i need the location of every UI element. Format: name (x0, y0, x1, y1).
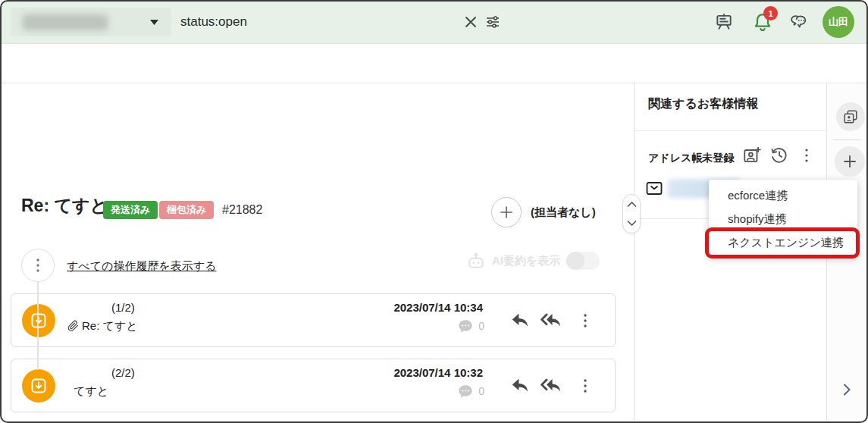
app-window: status:open 1 (0, 0, 868, 423)
address-book-status: アドレス帳未登録 (648, 152, 734, 165)
thread-title: Re: てすと (21, 194, 108, 218)
reply-icon[interactable] (510, 312, 530, 329)
message-row[interactable]: (2/2) てすと 2023/07/14 10:32 0 (11, 359, 616, 412)
toggle-knob (566, 252, 584, 270)
message-counter: (1/2) (111, 299, 135, 316)
comment-bubble-icon (457, 318, 474, 334)
ai-summary-label: AI要約を表示 (492, 254, 560, 268)
folder-dropdown[interactable] (11, 8, 171, 36)
status-badge-shipped: 発送済み (103, 201, 158, 219)
kebab-icon[interactable] (580, 313, 591, 328)
reply-all-icon[interactable] (541, 312, 563, 329)
comment-count-value: 0 (478, 385, 484, 397)
reply-all-icon[interactable] (541, 378, 563, 394)
divider (635, 130, 827, 131)
redacted-folder-name (23, 14, 108, 30)
add-panel-button[interactable] (835, 146, 865, 177)
message-toolbar (0, 44, 868, 83)
customer-panel-title: 関連するお客様情報 (648, 96, 758, 112)
comment-bubble-icon (457, 384, 474, 399)
message-subject: Re: てすと (82, 318, 138, 334)
integration-menu: ecforce連携 shopify連携 ネクストエンジン連携 (709, 180, 857, 258)
announcement-board-icon[interactable] (713, 11, 735, 33)
filter-sliders-icon[interactable] (485, 14, 500, 30)
message-subject: てすと (74, 383, 108, 400)
kebab-icon[interactable] (797, 146, 816, 165)
history-icon[interactable] (769, 146, 789, 165)
paperclip-icon (67, 320, 79, 332)
envelope-icon (645, 180, 663, 196)
contact-cards-button[interactable] (836, 102, 865, 131)
kebab-icon[interactable] (580, 378, 591, 393)
assignee-label: (担当者なし) (531, 205, 596, 220)
divider (833, 139, 860, 140)
message-timestamp: 2023/07/14 10:34 (393, 299, 483, 316)
message-counter: (2/2) (111, 365, 135, 381)
top-search-bar: status:open 1 (0, 0, 868, 44)
received-mail-icon (22, 304, 55, 337)
ticket-number: #21882 (222, 203, 262, 217)
status-badge-packed: 梱包済み (159, 201, 214, 219)
collapse-panel-icon[interactable] (840, 382, 854, 397)
menu-item-next-engine[interactable]: ネクストエンジン連携 (709, 230, 857, 254)
notification-count-badge: 1 (763, 6, 778, 20)
add-assignee-button[interactable] (491, 197, 522, 227)
comment-count[interactable]: 0 (457, 318, 484, 334)
add-contact-icon[interactable] (742, 146, 762, 165)
scroll-up-icon[interactable] (627, 201, 637, 208)
history-kebab-button[interactable] (21, 249, 55, 282)
comment-count[interactable]: 0 (457, 384, 484, 399)
chat-icon[interactable] (791, 11, 812, 33)
search-input[interactable]: status:open (180, 0, 247, 44)
user-avatar[interactable]: 山田 (823, 6, 854, 38)
ai-summary-control: AI要約を表示 (466, 252, 600, 270)
robot-icon (466, 252, 486, 270)
comment-count-value: 0 (478, 320, 484, 332)
received-mail-icon (22, 369, 55, 403)
chevron-down-icon (149, 19, 159, 26)
menu-item-ecforce[interactable]: ecforce連携 (709, 183, 857, 207)
show-history-link[interactable]: すべての操作履歴を表示する (67, 259, 216, 274)
thread-scroll-pill (622, 194, 641, 233)
clear-search-icon[interactable] (464, 15, 478, 29)
reply-icon[interactable] (510, 378, 530, 394)
message-row[interactable]: (1/2) Re: てすと 2023/07/14 10:34 0 (11, 293, 616, 347)
menu-item-shopify[interactable]: shopify連携 (709, 207, 857, 230)
message-timestamp: 2023/07/14 10:32 (393, 365, 483, 381)
timeline-connector (37, 282, 39, 370)
thread-panel: Re: てすと 発送済み 梱包済み #21882 (担当者なし) すべての操作履… (0, 83, 634, 420)
scroll-down-icon[interactable] (627, 220, 637, 227)
ai-summary-toggle[interactable] (566, 252, 600, 270)
